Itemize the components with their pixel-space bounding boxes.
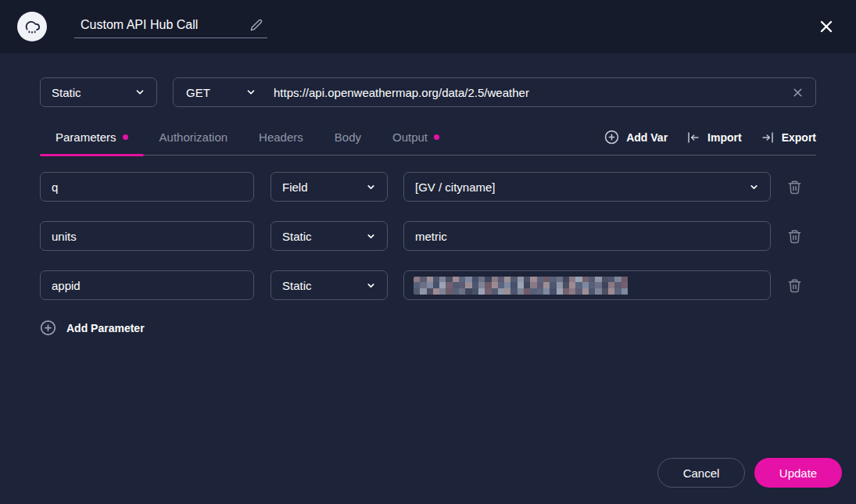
url-group: GET	[173, 77, 816, 107]
api-call-name-input[interactable]	[81, 18, 244, 32]
chevron-down-icon	[366, 281, 376, 291]
chevron-down-icon	[366, 182, 376, 192]
dialog-content: Static GET	[0, 53, 856, 336]
param-type-select[interactable]: Static	[270, 221, 388, 251]
parameter-row: Static	[40, 221, 816, 251]
param-type-value: Field	[282, 181, 308, 194]
dialog-footer: Cancel Update	[657, 458, 842, 488]
param-name-input[interactable]	[40, 221, 254, 251]
param-type-value: Static	[282, 279, 312, 292]
tab-parameters[interactable]: Parameters	[40, 130, 144, 155]
add-parameter-label: Add Parameter	[66, 322, 145, 334]
plus-circle-icon	[40, 320, 56, 336]
parameter-row: Field [GV / cityname]	[40, 172, 816, 202]
param-value-select[interactable]: [GV / cityname]	[403, 172, 771, 202]
export-icon	[761, 130, 775, 145]
add-var-label: Add Var	[626, 131, 668, 144]
tab-label: Output	[392, 130, 428, 144]
http-method-select[interactable]: GET	[174, 78, 266, 106]
chevron-down-icon	[366, 231, 376, 241]
unsaved-dot	[434, 134, 439, 140]
param-type-select[interactable]: Field	[270, 172, 388, 202]
http-method-value: GET	[186, 86, 210, 99]
custom-api-call-dialog: Static GET	[0, 0, 856, 504]
pencil-edit-icon[interactable]	[250, 19, 263, 31]
chevron-down-icon	[749, 182, 759, 192]
chevron-down-icon	[134, 87, 145, 98]
tab-label: Body	[335, 130, 361, 144]
api-call-name-field-wrap	[74, 16, 267, 38]
add-parameter-button[interactable]: Add Parameter	[40, 320, 145, 336]
tab-authorization[interactable]: Authorization	[144, 130, 244, 155]
clear-url-icon[interactable]	[786, 86, 815, 99]
delete-parameter-icon[interactable]	[787, 278, 802, 293]
tab-label: Headers	[259, 130, 303, 144]
import-icon	[686, 130, 700, 145]
delete-parameter-icon[interactable]	[787, 180, 802, 195]
tab-headers[interactable]: Headers	[243, 130, 319, 155]
tab-body[interactable]: Body	[319, 130, 377, 155]
param-type-value: Static	[282, 230, 312, 243]
url-input[interactable]	[266, 86, 786, 99]
param-value-input[interactable]	[403, 221, 771, 251]
dialog-header	[0, 0, 856, 53]
tabs-bar: Parameters Authorization Headers Body Ou…	[40, 130, 816, 155]
param-value-redacted-input[interactable]	[403, 270, 771, 300]
tab-label: Parameters	[56, 130, 116, 144]
cancel-button[interactable]: Cancel	[657, 458, 745, 488]
param-name-input[interactable]	[40, 172, 254, 202]
parameters-list: Field [GV / cityname]	[40, 172, 816, 336]
param-value: [GV / cityname]	[415, 181, 496, 194]
redacted-api-key	[414, 277, 634, 295]
param-type-select[interactable]: Static	[270, 270, 388, 300]
param-name-input[interactable]	[40, 270, 254, 300]
tab-actions: Add Var Import Exp	[604, 130, 816, 155]
export-button[interactable]: Export	[761, 130, 816, 145]
url-scope-value: Static	[52, 86, 81, 99]
import-label: Import	[707, 131, 742, 144]
add-var-button[interactable]: Add Var	[604, 130, 668, 145]
unsaved-dot	[123, 134, 128, 140]
delete-parameter-icon[interactable]	[787, 229, 802, 244]
avatar	[17, 12, 47, 41]
plus-circle-icon	[604, 130, 619, 145]
chevron-down-icon	[245, 87, 256, 98]
url-scope-select[interactable]: Static	[40, 77, 157, 107]
request-row: Static GET	[40, 77, 816, 107]
update-button[interactable]: Update	[754, 458, 842, 488]
parameter-row: Static	[40, 270, 816, 300]
cloud-drizzle-icon	[23, 18, 41, 35]
export-label: Export	[782, 131, 816, 144]
import-button[interactable]: Import	[686, 130, 742, 145]
tab-label: Authorization	[159, 130, 228, 144]
tab-output[interactable]: Output	[377, 130, 455, 155]
close-icon[interactable]	[817, 17, 836, 36]
